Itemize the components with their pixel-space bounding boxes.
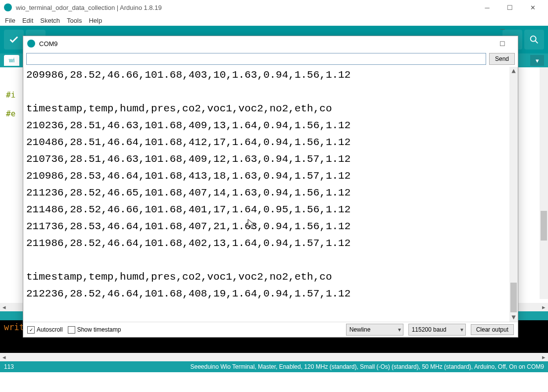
autoscroll-checkbox[interactable]: Autoscroll — [27, 326, 63, 334]
line-ending-select[interactable]: Newline — [346, 324, 403, 336]
checkbox-icon — [68, 326, 75, 334]
scroll-right-icon[interactable]: ▸ — [540, 303, 548, 311]
line-ending-value: Newline — [349, 326, 371, 333]
status-line-number: 113 — [4, 363, 14, 370]
menu-edit[interactable]: Edit — [21, 17, 34, 24]
serial-line: 210486,28.51,46.64,101.68,412,17,1.64,0.… — [26, 137, 350, 148]
tab-menu-button[interactable]: ▾ — [530, 55, 544, 66]
serial-line: 210236,28.51,46.63,101.68,409,13,1.64,0.… — [26, 120, 350, 131]
scroll-right-icon[interactable]: ▸ — [540, 353, 548, 361]
show-timestamp-label: Show timestamp — [77, 326, 121, 333]
menu-help[interactable]: Help — [88, 17, 103, 24]
scroll-down-icon[interactable]: ▾ — [509, 313, 518, 322]
menu-sketch[interactable]: Sketch — [39, 17, 61, 24]
clear-output-button[interactable]: Clear output — [471, 324, 514, 335]
serial-line: timestamp,temp,humd,pres,co2,voc1,voc2,n… — [26, 103, 332, 114]
menu-bar: File Edit Sketch Tools Help — [0, 15, 548, 26]
serial-line: 210986,28.53,46.64,101.68,413,18,1.63,0.… — [26, 170, 350, 182]
scroll-left-icon[interactable]: ◂ — [0, 353, 8, 361]
close-button[interactable]: ✕ — [521, 0, 544, 15]
serial-line: 211986,28.52,46.64,101.68,402,13,1.64,0.… — [26, 238, 350, 249]
serial-input[interactable] — [26, 53, 486, 65]
serial-output[interactable]: 209986,28.52,46.66,101.68,403,10,1.63,0.… — [23, 67, 518, 322]
serial-line: 211236,28.52,46.65,101.68,407,14,1.63,0.… — [26, 187, 350, 198]
serial-line: 211736,28.53,46.64,101.68,407,21,1.63,0.… — [26, 221, 350, 232]
maximize-button[interactable]: ☐ — [498, 0, 521, 15]
tab-active[interactable]: wi — [4, 55, 19, 66]
serial-input-row: Send — [23, 51, 518, 67]
serial-monitor-button[interactable] — [524, 30, 544, 49]
status-bar: 113 Seeeduino Wio Terminal, Master, Enab… — [0, 361, 548, 372]
svg-point-0 — [531, 36, 536, 42]
editor-line: #i — [6, 90, 15, 99]
serial-monitor-window: COM9 ─ ☐ ✕ Send 209986,28.52,46.66,101.6… — [23, 36, 518, 338]
editor-vertical-scrollbar[interactable] — [540, 67, 548, 299]
serial-line: timestamp,temp,humd,pres,co2,voc1,voc2,n… — [26, 271, 332, 283]
serial-line: 210736,28.51,46.63,101.68,409,12,1.63,0.… — [26, 153, 350, 165]
serial-titlebar: COM9 ─ ☐ ✕ — [23, 36, 518, 51]
serial-line: 209986,28.52,46.66,101.68,403,10,1.63,0.… — [26, 69, 350, 81]
send-button[interactable]: Send — [489, 53, 515, 65]
editor-line: #e — [6, 109, 15, 118]
baud-value: 115200 baud — [412, 326, 447, 333]
serial-line: 211486,28.52,46.66,101.68,401,17,1.64,0.… — [26, 204, 350, 215]
menu-tools[interactable]: Tools — [66, 17, 83, 24]
serial-window-title: COM9 — [39, 40, 491, 48]
status-board-info: Seeeduino Wio Terminal, Master, Enabled,… — [14, 363, 544, 370]
arduino-icon — [4, 3, 12, 11]
check-icon — [8, 34, 19, 45]
serial-vertical-scrollbar[interactable]: ▴ ▾ — [509, 67, 518, 322]
serial-maximize-button[interactable]: ☐ — [491, 36, 514, 51]
arduino-icon — [27, 40, 35, 48]
checkbox-icon — [27, 326, 35, 334]
autoscroll-label: Autoscroll — [37, 326, 63, 333]
scroll-up-icon[interactable]: ▴ — [509, 67, 518, 75]
main-titlebar: wio_terminal_odor_data_collection | Ardu… — [0, 0, 548, 15]
menu-file[interactable]: File — [4, 17, 16, 24]
show-timestamp-checkbox[interactable]: Show timestamp — [68, 326, 121, 334]
serial-minimize-button[interactable]: ─ — [491, 21, 514, 36]
baud-select[interactable]: 115200 baud — [408, 324, 466, 336]
serial-footer: Autoscroll Show timestamp Newline 115200… — [23, 322, 518, 337]
window-title: wio_terminal_odor_data_collection | Ardu… — [16, 4, 476, 11]
console-horizontal-scrollbar[interactable]: ◂ ▸ — [0, 353, 548, 361]
magnify-icon — [529, 34, 540, 45]
verify-button[interactable] — [4, 30, 24, 49]
serial-line: 212236,28.52,46.64,101.68,408,19,1.64,0.… — [26, 288, 350, 299]
minimize-button[interactable]: ─ — [476, 0, 498, 15]
scroll-left-icon[interactable]: ◂ — [0, 303, 8, 311]
tab-label: wi — [9, 57, 14, 64]
